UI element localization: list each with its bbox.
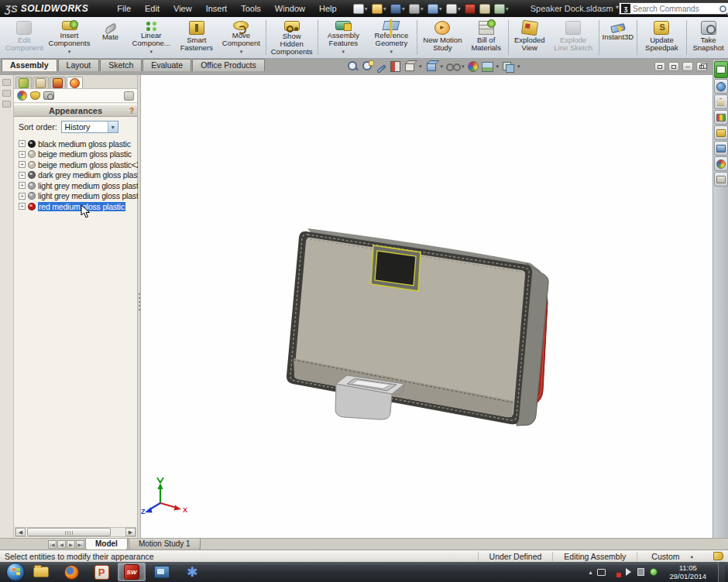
update-speedpak-button[interactable]: Update Speedpak	[639, 18, 685, 57]
appearance-row-black[interactable]: + black medium gloss plastic	[14, 139, 137, 149]
new-document-button[interactable]: ▾	[352, 3, 369, 15]
options-button[interactable]: ▾	[493, 3, 510, 15]
tray-expand-icon[interactable]: ▴	[589, 569, 592, 576]
view-settings-dropdown[interactable]: ▾	[517, 63, 520, 70]
menu-window[interactable]: Window	[268, 2, 312, 15]
rail-tree-icon[interactable]	[2, 90, 11, 97]
appearance-row-beige[interactable]: + beige medium gloss plastic	[14, 149, 137, 160]
hide-show-items-dropdown[interactable]: ▾	[462, 63, 465, 70]
menu-insert[interactable]: Insert	[199, 2, 235, 15]
menu-file[interactable]: File	[110, 2, 138, 15]
assembly-features-button[interactable]: Assembly Features▾	[319, 18, 367, 57]
appearance-row-red-selected[interactable]: + red medium gloss plastic	[14, 201, 137, 212]
configuration-selector[interactable]: Custom ▴	[637, 552, 707, 561]
feature-manager-tab[interactable]	[15, 77, 32, 88]
previous-view-icon[interactable]	[376, 64, 386, 73]
view-palette-tab[interactable]	[714, 141, 728, 156]
file-explorer-tab[interactable]	[714, 125, 728, 140]
view-decals-icon[interactable]	[30, 91, 40, 100]
tab-motion-study-1[interactable]: Motion Study 1	[129, 539, 201, 550]
search-commands-box[interactable]: Ʒ ▾	[619, 2, 728, 15]
view-scene-lights-cameras-icon[interactable]	[43, 91, 54, 100]
zoom-to-area-icon[interactable]	[362, 60, 374, 72]
zoom-to-fit-icon[interactable]	[347, 60, 359, 72]
edit-component-button[interactable]: Edit Component	[3, 18, 46, 57]
appearance-row-light-grey-2[interactable]: + light grey medium gloss plastic<	[14, 191, 137, 202]
tab-model[interactable]: Model	[85, 539, 128, 550]
scrollbar-thumb[interactable]	[27, 528, 111, 536]
start-button[interactable]	[6, 563, 25, 581]
community-tab[interactable]	[714, 79, 728, 94]
move-component-button[interactable]: Move Component▾	[218, 18, 264, 57]
view-orientation-icon[interactable]	[403, 60, 416, 72]
mdi-window-icon[interactable]	[654, 62, 665, 71]
menu-tools[interactable]: Tools	[234, 2, 268, 15]
scroll-next-icon[interactable]: ▶	[67, 540, 75, 549]
linear-component-button[interactable]: Linear Compone...▾	[128, 18, 175, 57]
print-button[interactable]: ▾	[407, 3, 425, 15]
expand-icon[interactable]: +	[19, 140, 26, 147]
solidworks-resources-tab[interactable]	[714, 61, 728, 78]
panel-horizontal-scrollbar[interactable]: ◀ ▶	[15, 527, 136, 537]
tab-office-products[interactable]: Office Products	[192, 59, 265, 71]
design-library-tab[interactable]	[714, 110, 728, 125]
display-manager-tab[interactable]	[67, 77, 83, 88]
menu-view[interactable]: View	[167, 2, 199, 15]
display-style-icon[interactable]	[425, 60, 438, 72]
mdi-window-icon-2[interactable]	[668, 62, 679, 71]
custom-properties-tab[interactable]	[714, 172, 728, 187]
taskbar-display-app-button[interactable]	[148, 563, 176, 581]
taskbar-clock[interactable]: 11:05 29/01/2014	[663, 563, 713, 580]
undo-button[interactable]: ▾	[426, 3, 444, 15]
save-button[interactable]: ▾	[389, 3, 407, 15]
home-tab[interactable]	[714, 94, 728, 109]
show-hidden-components-button[interactable]: Show Hidden Components	[268, 18, 316, 57]
rail-pin-icon[interactable]	[2, 79, 11, 86]
action-center-icon[interactable]	[611, 568, 620, 577]
mate-button[interactable]: Mate	[94, 18, 128, 57]
menu-edit[interactable]: Edit	[138, 2, 167, 15]
graphics-viewport[interactable]: X Z	[141, 75, 713, 538]
tray-window-icon[interactable]	[597, 569, 606, 576]
view-orientation-dropdown[interactable]: ▾	[419, 63, 422, 70]
taskbar-solidworks-button[interactable]: SW	[118, 563, 146, 581]
taskbar-firefox-button[interactable]	[57, 563, 85, 581]
sort-order-select[interactable]: History ▼	[61, 121, 118, 133]
menu-help[interactable]: Help	[312, 2, 344, 15]
exploded-view-button[interactable]: Exploded View	[510, 18, 549, 57]
appearances-scenes-tab[interactable]	[714, 156, 728, 171]
take-snapshot-button[interactable]: Take Snapshot	[689, 18, 728, 57]
expand-icon[interactable]: +	[19, 203, 26, 210]
apply-scene-icon[interactable]	[481, 60, 493, 72]
tab-sketch[interactable]: Sketch	[100, 59, 142, 71]
panel-help-icon[interactable]: ?	[129, 107, 134, 115]
display-style-dropdown[interactable]: ▾	[441, 63, 444, 70]
scroll-prev-icon[interactable]: ◀	[57, 540, 66, 549]
mdi-minimize-button[interactable]: –	[682, 62, 693, 71]
expand-icon[interactable]: +	[19, 151, 26, 158]
select-button[interactable]: ▾	[445, 3, 462, 15]
expand-icon[interactable]: +	[19, 172, 26, 179]
hide-show-items-icon[interactable]	[446, 60, 458, 72]
configuration-manager-tab[interactable]	[50, 77, 66, 88]
new-motion-study-button[interactable]: New Motion Study	[419, 18, 466, 57]
show-desktop-button[interactable]	[718, 562, 725, 582]
expand-icon[interactable]: +	[19, 193, 26, 200]
view-appearances-icon[interactable]	[17, 91, 27, 101]
tray-update-icon[interactable]	[650, 568, 658, 576]
tray-clipboard-icon[interactable]	[637, 568, 644, 576]
section-view-icon[interactable]	[389, 60, 401, 72]
appearance-row-light-grey[interactable]: + light grey medium gloss plastic	[14, 180, 137, 191]
taskbar-explorer-button[interactable]	[27, 563, 55, 581]
taskbar-powerpoint-button[interactable]: P	[88, 563, 115, 581]
taskbar-recorder-app-button[interactable]: ✱	[178, 563, 206, 581]
rail-sensor-icon[interactable]	[2, 101, 11, 108]
search-icon[interactable]	[719, 5, 726, 12]
insert-components-button[interactable]: Insert Components▾	[46, 18, 94, 57]
tab-assembly[interactable]: Assembly	[2, 59, 57, 71]
edit-appearance-icon[interactable]	[468, 61, 479, 72]
appearance-row-dark-grey[interactable]: + dark grey medium gloss plastic	[14, 170, 137, 181]
scroll-right-icon[interactable]: ▶	[125, 528, 136, 536]
tab-layout[interactable]: Layout	[58, 59, 100, 71]
scroll-left-icon[interactable]: ◀	[15, 528, 26, 536]
